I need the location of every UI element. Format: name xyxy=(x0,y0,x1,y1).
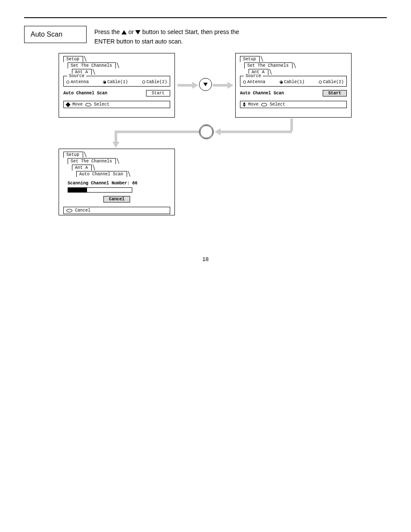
radio-cable1[interactable]: Cable(1) xyxy=(103,80,128,84)
menu-panel-1: Setup Set The Channels Ant A Source Ante… xyxy=(59,53,175,118)
source-legend: Source xyxy=(67,74,86,78)
remote-enter-button[interactable] xyxy=(199,124,214,139)
nav-bar: Move Select xyxy=(240,101,347,108)
radio-antenna[interactable]: Antenna xyxy=(66,80,89,84)
tab-setup: Setup xyxy=(63,152,83,158)
flow-arrow xyxy=(290,118,293,131)
source-legend: Source xyxy=(244,74,263,78)
tab-setchannels: Set The Channels xyxy=(244,62,293,68)
tab-setup: Setup xyxy=(63,56,83,62)
scanning-message: Scanning Channel Number: 66 xyxy=(68,181,171,186)
remote-down-button[interactable] xyxy=(199,78,212,91)
move-icon xyxy=(65,102,70,107)
flow-arrow xyxy=(213,84,229,87)
nav-move: Move xyxy=(248,102,258,107)
section-label-box: Auto Scan xyxy=(24,26,87,43)
select-icon xyxy=(85,103,91,106)
top-rule xyxy=(24,17,387,18)
radio-cable2[interactable]: Cable(2) xyxy=(142,80,167,84)
tab-setchannels: Set The Channels xyxy=(68,158,116,164)
source-box: Source Antenna Cable(1) Cable(2) xyxy=(240,76,347,87)
auto-scan-label: Auto Channel Scan xyxy=(63,91,107,96)
down-arrow-icon xyxy=(135,30,140,34)
nav-bar: Cancel xyxy=(63,207,170,214)
instruction-text: Press the or button to select Start, the… xyxy=(94,26,387,46)
nav-select: Select xyxy=(94,102,109,107)
progress-fill xyxy=(68,188,87,192)
down-arrow-icon xyxy=(203,83,208,86)
instr-frag: button to select Start, then press the xyxy=(142,28,239,35)
page-number: 18 xyxy=(0,256,411,262)
radio-cable1[interactable]: Cable(1) xyxy=(280,80,305,84)
instr-frag: ENTER button to start auto scan. xyxy=(94,38,183,45)
menu-panel-2: Setup Set The Channels Ant A Source Ante… xyxy=(235,53,352,118)
auto-scan-label: Auto Channel Scan xyxy=(240,91,284,96)
menu-panel-3: Setup Set The Channels Ant A Auto Channe… xyxy=(59,149,175,215)
progress-bar xyxy=(68,187,132,193)
start-button-highlighted[interactable]: Start xyxy=(323,90,347,96)
move-icon xyxy=(243,102,246,107)
start-button[interactable]: Start xyxy=(146,90,170,96)
nav-select: Select xyxy=(270,102,285,107)
tab-setup: Setup xyxy=(240,56,260,62)
radio-antenna[interactable]: Antenna xyxy=(243,80,265,84)
flow-diagram: Setup Set The Channels Ant A Source Ante… xyxy=(24,53,387,243)
instr-frag: or xyxy=(128,28,135,35)
section-label-text: Auto Scan xyxy=(31,31,62,38)
flow-arrow xyxy=(219,131,292,133)
flow-arrow xyxy=(115,131,117,143)
source-box: Source Antenna Cable(1) Cable(2) xyxy=(63,76,170,87)
select-icon xyxy=(261,103,267,106)
flow-arrow xyxy=(115,131,199,133)
tab-setchannels: Set The Channels xyxy=(68,62,116,68)
nav-move: Move xyxy=(72,102,83,107)
tab-autoscan: Auto Channel Scan xyxy=(76,171,127,177)
instr-frag: Press the xyxy=(94,28,121,35)
tab-ant: Ant A xyxy=(72,165,92,171)
up-arrow-icon xyxy=(121,30,127,34)
nav-bar: Move Select xyxy=(63,101,170,108)
flow-arrow xyxy=(177,84,194,87)
cancel-icon xyxy=(66,209,72,212)
nav-cancel: Cancel xyxy=(75,208,90,213)
radio-cable2[interactable]: Cable(2) xyxy=(319,80,344,84)
cancel-button[interactable]: Cancel xyxy=(103,196,130,202)
